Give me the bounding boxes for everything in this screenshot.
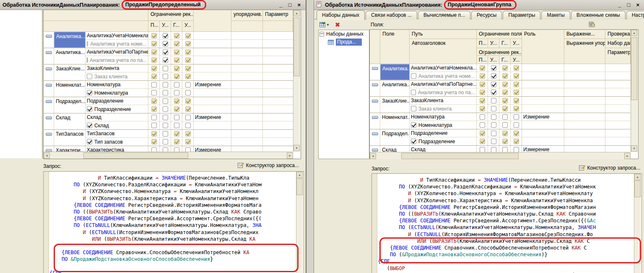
restriction-check-cell[interactable] xyxy=(160,40,171,48)
field-main-row[interactable]: ТипЗапасов xyxy=(86,130,293,138)
autoheader-cell[interactable]: Заказ клиента xyxy=(86,72,148,80)
checkbox-restriction-0[interactable] xyxy=(151,115,157,120)
checkbox-sub-restriction-0[interactable] xyxy=(480,122,485,128)
restriction-check-cell[interactable] xyxy=(511,113,522,121)
checkbox-restriction-2[interactable] xyxy=(502,82,508,87)
checkbox-sub-restriction-1[interactable] xyxy=(163,57,168,63)
checkbox-restriction-1[interactable] xyxy=(491,131,496,136)
restriction-check-cell[interactable] xyxy=(488,105,499,113)
restriction-check-cell[interactable] xyxy=(160,130,171,138)
checkbox-restriction-2[interactable] xyxy=(174,131,179,136)
checkbox-sub-restriction-0[interactable] xyxy=(151,41,157,46)
checkbox-restriction-0[interactable] xyxy=(480,131,485,136)
checkbox-restriction-3[interactable] xyxy=(514,131,519,136)
checkbox-sub-restriction-1[interactable] xyxy=(491,106,496,111)
field-sub-row[interactable]: Заказ клиента xyxy=(86,72,293,80)
role-cell[interactable]: Измерение xyxy=(522,146,564,152)
checkbox-restriction-0[interactable] xyxy=(480,65,485,71)
checkbox-restriction-2[interactable] xyxy=(502,131,508,136)
row-grip-icon[interactable] xyxy=(372,67,378,70)
restriction-check-cell[interactable] xyxy=(160,113,171,121)
minimize-button[interactable]: _ xyxy=(279,3,282,7)
restriction-check-cell[interactable] xyxy=(499,113,511,121)
restriction-check-cell[interactable] xyxy=(182,40,194,48)
table-row-group[interactable]: СкладСкладИзмерениеСклад xyxy=(44,113,293,130)
table-row-group[interactable]: СкладСкладИзмерение xyxy=(370,146,631,152)
restriction-check-cell[interactable] xyxy=(511,146,522,152)
autoheader-cell[interactable]: Подразделение xyxy=(410,137,477,145)
scroll-left-button[interactable]: ◄ xyxy=(44,152,50,159)
field-main-row[interactable]: НоменклатураИзмерение xyxy=(410,113,631,121)
restriction-check-cell[interactable] xyxy=(148,138,160,146)
restriction-check-cell[interactable] xyxy=(488,129,499,137)
row-handle[interactable] xyxy=(370,129,380,145)
checkbox-sub-restriction-0[interactable] xyxy=(480,73,485,79)
path-cell[interactable]: Подразделение xyxy=(410,129,477,137)
restriction-check-cell[interactable] xyxy=(477,80,488,88)
tree-collapse-icon[interactable] xyxy=(319,32,324,36)
row-handle[interactable] xyxy=(44,146,54,152)
field-main-row[interactable]: ЗаказКлиента xyxy=(86,64,293,72)
checkbox-restriction-0[interactable] xyxy=(151,33,157,39)
checkbox-sub-restriction-3[interactable] xyxy=(514,122,519,128)
restriction-check-cell[interactable] xyxy=(511,105,522,113)
path-cell[interactable]: Номенклатура xyxy=(86,81,148,89)
field-main-row[interactable]: АналитикаУчетаПоПартне... xyxy=(410,80,631,88)
tree-item-datasets-root[interactable]: Наборы данных xyxy=(319,30,369,38)
restriction-check-cell[interactable] xyxy=(499,64,511,72)
scroll-up-button[interactable]: ▲ xyxy=(293,10,300,16)
field-main-row[interactable]: ХарактеристикаИзмерение xyxy=(86,146,293,152)
role-cell[interactable] xyxy=(522,80,564,88)
restriction-check-cell[interactable] xyxy=(182,146,194,152)
checkbox-sub-restriction-0[interactable] xyxy=(151,74,157,79)
restriction-check-cell[interactable] xyxy=(499,97,511,105)
path-cell[interactable]: Склад xyxy=(410,146,477,152)
expression-cell[interactable] xyxy=(231,64,263,72)
scroll-thumb[interactable] xyxy=(293,18,300,76)
field-main-row[interactable]: Подразделение xyxy=(86,97,293,105)
field-main-row[interactable]: АналитикаУчетаПоПартне... xyxy=(86,48,293,56)
checkbox-sub-restriction-1[interactable] xyxy=(491,122,496,128)
tab-2[interactable]: Связи наборов ... xyxy=(366,11,417,19)
checkbox-restriction-2[interactable] xyxy=(174,49,179,55)
expression-cell[interactable] xyxy=(564,146,605,152)
checkbox-sub-restriction-0[interactable] xyxy=(480,106,485,111)
close-button[interactable]: × xyxy=(297,3,301,7)
restriction-check-cell[interactable] xyxy=(182,72,194,80)
checkbox-sub-restriction-3[interactable] xyxy=(185,74,191,79)
expression-cell[interactable] xyxy=(231,97,263,105)
row-grip-icon[interactable] xyxy=(46,35,52,38)
hierarchy-cell[interactable] xyxy=(263,32,293,40)
restriction-check-cell[interactable] xyxy=(148,146,160,152)
restriction-check-cell[interactable] xyxy=(182,121,194,129)
restriction-check-cell[interactable] xyxy=(477,97,488,105)
table-row-group[interactable]: Аналитика...АналитикаУчетаНоменкла...Ана… xyxy=(370,64,631,80)
path-cell[interactable]: АналитикаУчетаНоменкла... xyxy=(86,32,148,40)
checkbox-sub-restriction-1[interactable] xyxy=(163,41,168,46)
field-sub-row[interactable]: Аналитика учета по па... xyxy=(410,88,631,96)
restriction-check-cell[interactable] xyxy=(171,105,182,113)
field-main-row[interactable]: СкладИзмерение xyxy=(86,113,293,121)
checkbox-restriction-2[interactable] xyxy=(174,115,179,120)
field-name-cell[interactable]: Аналитика... xyxy=(54,48,86,64)
restriction-check-cell[interactable] xyxy=(171,130,182,138)
row-grip-icon[interactable] xyxy=(46,133,52,136)
table-row-group[interactable]: Аналитика...АналитикаУчетаПоПартне...Ана… xyxy=(44,48,293,64)
restriction-check-cell[interactable] xyxy=(171,97,182,105)
restriction-check-cell[interactable] xyxy=(148,89,160,97)
restriction-check-cell[interactable] xyxy=(499,129,511,137)
restriction-check-cell[interactable] xyxy=(160,81,171,89)
checkbox-restriction-2[interactable] xyxy=(174,66,179,71)
restriction-check-cell[interactable] xyxy=(160,121,171,129)
tree-item-dataset-prodazhi[interactable]: Прода... xyxy=(319,38,369,46)
checkbox-sub-restriction-3[interactable] xyxy=(185,139,191,144)
restriction-check-cell[interactable] xyxy=(171,48,182,56)
checkbox-sub-restriction-0[interactable] xyxy=(151,123,157,128)
path-cell[interactable]: ЗаказКлиента xyxy=(86,64,148,72)
path-cell[interactable]: Номенклатура xyxy=(410,113,477,121)
checkbox-sub-restriction-1[interactable] xyxy=(163,74,168,79)
row-handle[interactable] xyxy=(370,64,380,80)
checkbox-restriction-0[interactable] xyxy=(151,98,157,104)
restriction-check-cell[interactable] xyxy=(477,121,488,129)
checkbox-sub-restriction-2[interactable] xyxy=(174,41,179,46)
